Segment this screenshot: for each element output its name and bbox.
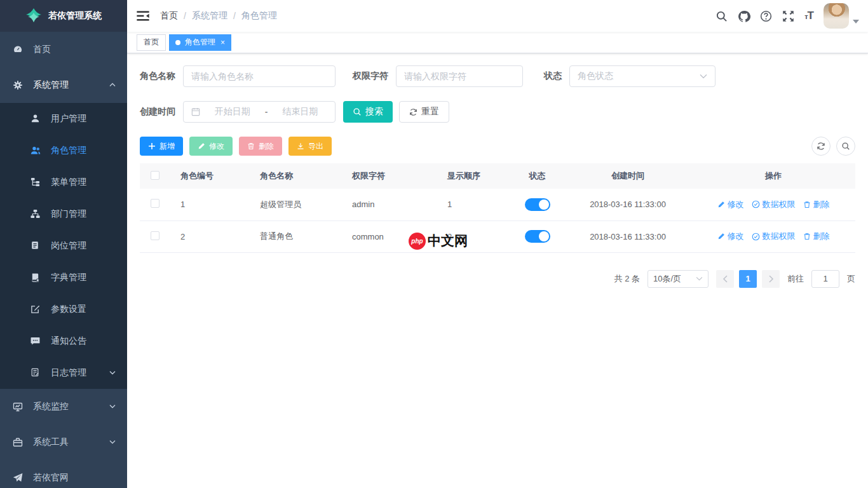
sidebar-item-label: 日志管理 (51, 367, 86, 379)
status-select-placeholder: 角色状态 (578, 71, 613, 82)
font-size-icon[interactable]: тT (804, 10, 813, 22)
filter-label: 创建时间 (140, 106, 175, 118)
sidebar-item-system-monitor[interactable]: 系统监控 (0, 389, 127, 424)
leaf-logo-icon (25, 8, 42, 24)
peoples-icon (31, 146, 41, 156)
cell-created: 2018-03-16 11:33:00 (564, 220, 691, 252)
tree-table-icon (31, 177, 41, 187)
fullscreen-icon[interactable] (782, 10, 794, 22)
edit-pen-icon (717, 233, 725, 240)
avatar[interactable] (824, 3, 849, 29)
export-button[interactable]: 导出 (288, 137, 332, 156)
date-range-picker[interactable]: 开始日期 - 结束日期 (183, 101, 336, 123)
message-icon (31, 336, 41, 346)
role-name-input[interactable] (191, 71, 327, 81)
sidebar-item-label: 菜单管理 (51, 177, 86, 188)
github-icon[interactable] (738, 10, 750, 22)
row-data-scope-link[interactable]: 数据权限 (752, 199, 796, 210)
sidebar-item-dept-mgmt[interactable]: 部门管理 (0, 198, 127, 230)
col-status: 状态 (510, 163, 564, 189)
sidebar-item-home[interactable]: 首页 (0, 32, 127, 67)
row-delete-link[interactable]: 删除 (803, 199, 830, 210)
sidebar-item-log-mgmt[interactable]: 日志管理 (0, 357, 127, 389)
row-edit-link[interactable]: 修改 (717, 231, 744, 242)
filter-label: 角色名称 (140, 71, 175, 82)
sidebar-item-system-mgmt[interactable]: 系统管理 (0, 67, 127, 103)
sidebar-item-role-mgmt[interactable]: 角色管理 (0, 135, 127, 166)
col-actions: 操作 (691, 163, 855, 189)
dict-icon (31, 273, 41, 283)
perm-char-input[interactable] (404, 71, 515, 81)
date-start-placeholder: 开始日期 (205, 106, 260, 118)
edit-pen-icon (198, 142, 205, 150)
prev-page-button[interactable] (716, 270, 734, 288)
delete-button[interactable]: 删除 (239, 137, 282, 156)
row-edit-link[interactable]: 修改 (717, 199, 744, 210)
tab-role-mgmt[interactable]: 角色管理 × (169, 34, 231, 51)
reset-button[interactable]: 重置 (399, 101, 449, 123)
tool-icon (13, 437, 23, 447)
status-select[interactable]: 角色状态 (569, 65, 715, 87)
table-row[interactable]: 2 普通角色 common 2 2018-03-16 11:33:00 修改 数… (140, 220, 855, 252)
sidebar-fold-icon[interactable] (136, 9, 150, 23)
sidebar-item-param-settings[interactable]: 参数设置 (0, 294, 127, 325)
filter-label: 状态 (544, 71, 562, 82)
pager: 1 (716, 270, 780, 288)
role-name-input-wrap (183, 65, 336, 87)
breadcrumb-home[interactable]: 首页 (160, 10, 178, 22)
row-checkbox[interactable] (151, 199, 159, 208)
tab-home[interactable]: 首页 (137, 34, 166, 51)
cell-role-id: 1 (170, 189, 250, 220)
sidebar-item-label: 字典管理 (51, 272, 86, 283)
date-end-placeholder: 结束日期 (273, 106, 327, 118)
page-content: 角色名称 权限字符 状态 角色状态 创建时 (127, 53, 868, 488)
edit-pen-icon (717, 201, 725, 208)
breadcrumb-separator: / (233, 11, 236, 21)
refresh-table-button[interactable] (811, 137, 831, 156)
filter-row-1: 角色名称 权限字符 状态 角色状态 (140, 65, 855, 87)
row-data-scope-link[interactable]: 数据权限 (752, 231, 796, 242)
status-toggle[interactable] (525, 198, 550, 211)
cell-perm-char: common (342, 220, 437, 252)
toolbar-right (811, 137, 855, 156)
system-mgmt-submenu: 用户管理 角色管理 菜单管理 部门管理 岗位管理 字典管理 (0, 103, 127, 389)
sidebar-item-post-mgmt[interactable]: 岗位管理 (0, 230, 127, 262)
sidebar-item-notice[interactable]: 通知公告 (0, 325, 127, 357)
edit-button[interactable]: 修改 (189, 137, 233, 156)
perm-char-input-wrap (396, 65, 523, 87)
row-checkbox[interactable] (151, 231, 159, 240)
close-icon[interactable]: × (220, 39, 225, 46)
status-toggle[interactable] (525, 230, 550, 243)
delete-button-label: 删除 (259, 141, 274, 152)
chevron-up-icon (109, 83, 116, 87)
sidebar-item-official-site[interactable]: 若依官网 (0, 460, 127, 488)
table-row[interactable]: 1 超级管理员 admin 1 2018-03-16 11:33:00 修改 数… (140, 189, 855, 220)
sidebar-item-system-tools[interactable]: 系统工具 (0, 424, 127, 460)
next-page-button[interactable] (762, 270, 780, 288)
reset-button-label: 重置 (421, 106, 439, 118)
user-menu[interactable] (824, 3, 859, 29)
app-logo[interactable]: 若依管理系统 (0, 0, 127, 32)
sidebar-item-label: 首页 (33, 44, 51, 55)
cell-sort: 2 (437, 220, 510, 252)
sidebar-item-menu-mgmt[interactable]: 菜单管理 (0, 166, 127, 198)
page-number-1[interactable]: 1 (739, 270, 757, 288)
goto-page-input[interactable] (811, 270, 839, 288)
sidebar-item-label: 部门管理 (51, 208, 86, 220)
row-delete-link[interactable]: 删除 (803, 231, 830, 242)
edit-button-label: 修改 (209, 141, 224, 152)
sidebar-item-user-mgmt[interactable]: 用户管理 (0, 103, 127, 135)
row-actions: 修改 数据权限 删除 (717, 199, 830, 210)
add-button[interactable]: 新增 (140, 137, 183, 156)
select-all-checkbox[interactable] (151, 171, 159, 180)
check-circle-icon (752, 200, 760, 208)
cell-role-id: 2 (170, 220, 250, 252)
search-button[interactable]: 搜索 (343, 101, 393, 123)
toggle-search-button[interactable] (836, 137, 855, 156)
sidebar-item-dict-mgmt[interactable]: 字典管理 (0, 262, 127, 294)
search-icon[interactable] (715, 10, 728, 22)
chevron-left-icon (722, 275, 728, 283)
question-icon[interactable] (760, 10, 772, 22)
page-size-select[interactable]: 10条/页 (648, 270, 709, 288)
cell-created: 2018-03-16 11:33:00 (564, 189, 691, 220)
